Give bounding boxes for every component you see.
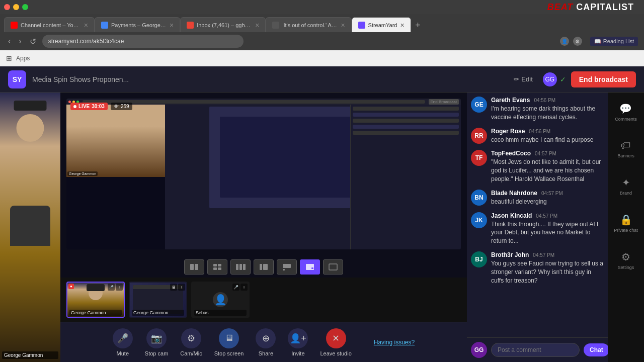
chat-msg-name-5: Jason Kincaid — [491, 212, 532, 219]
url-input[interactable]: streamyard.com/ak5f3c4cae — [42, 35, 244, 48]
minimize-button[interactable] — [13, 4, 19, 10]
apps-grid-icon[interactable]: ⊞ — [6, 54, 12, 62]
sidebar-item-brand[interactable]: ✦ Brand — [616, 172, 636, 200]
chat-messages: GE Gareth Evans 04:56 PM I'm hearing som… — [467, 93, 608, 337]
tab-streamyard-label: StreamYard — [368, 22, 397, 28]
close-button[interactable] — [4, 4, 10, 10]
leave-label: Leave studio — [320, 350, 351, 356]
eye-icon: 👁 — [114, 104, 119, 109]
brand-icon: ✦ — [622, 176, 630, 189]
edit-button[interactable]: ✏ Edit — [510, 73, 536, 85]
chat-msg-header-5: Jason Kincaid 04:57 PM — [491, 212, 604, 219]
mute-button[interactable]: 🎤 Mute — [113, 328, 133, 356]
sidebar-item-comments[interactable]: 💬 Comments — [611, 99, 641, 126]
reading-list-button[interactable]: 📖 Reading List — [590, 37, 638, 46]
chat-msg-text-6: You guys see Fauci now trying to sell us… — [491, 259, 604, 285]
sy-center: End Broadcast George Gammon — [60, 93, 467, 362]
pt-mic-icon[interactable]: 🎤 — [108, 284, 115, 291]
back-button[interactable]: ‹ — [6, 35, 13, 48]
edit-label: Edit — [521, 75, 532, 83]
layout-btn-5[interactable] — [277, 259, 297, 275]
stop-screen-label: Stop screen — [214, 350, 244, 356]
pt-label-3: Sebas — [194, 310, 247, 316]
sy-main: George Gammon — [0, 93, 644, 362]
brand-logo: BEAT CAPITALIST — [547, 2, 634, 13]
mute-icon: 🎤 — [113, 328, 133, 348]
cam-mic-button[interactable]: ⚙ Cam/Mic — [180, 328, 202, 356]
chat-msg-text-2: coco hmm maybe I can find a purpose — [491, 136, 604, 144]
stop-cam-button[interactable]: 📷 Stop cam — [145, 328, 168, 356]
layout-btn-1[interactable] — [184, 259, 204, 275]
tab-streamyard-close[interactable]: × — [400, 21, 404, 29]
pt-muted-mic-icon[interactable]: 🎤 — [232, 284, 239, 291]
pt-empty-person-icon: 👤 — [213, 292, 228, 307]
leave-studio-button[interactable]: ✕ Leave studio — [320, 328, 351, 356]
sidebar-brand-label: Brand — [620, 191, 632, 196]
chat-msg-header-1: Gareth Evans 04:56 PM — [491, 97, 604, 104]
pt-more-icon-3[interactable]: ⋮ — [240, 284, 248, 291]
pt-screen-icon[interactable]: 🖥 — [170, 284, 177, 291]
chat-send-button[interactable]: Chat — [584, 343, 609, 356]
reload-button[interactable]: ↺ — [28, 35, 38, 48]
sidebar-settings-label: Settings — [618, 265, 634, 270]
pt-more-icon[interactable]: ⋮ — [116, 284, 123, 291]
chat-input-area: GG Chat — [467, 337, 608, 362]
tab-streamyard[interactable]: StreamYard × — [352, 17, 411, 32]
stop-screen-icon: 🖥 — [219, 328, 239, 348]
view-count: 👁 259 — [111, 103, 132, 110]
forward-button[interactable]: › — [17, 35, 23, 48]
layout-btn-2[interactable] — [207, 259, 227, 275]
settings-icon[interactable]: ⚙ — [573, 37, 582, 46]
live-timer: 30:03 — [92, 104, 105, 109]
tab-youtube-label: Channel content – YouTube St... — [21, 22, 81, 28]
profile-icon[interactable]: 👤 — [560, 37, 569, 46]
empty-person-glyph: 👤 — [214, 294, 227, 306]
svg-rect-7 — [239, 264, 242, 270]
camera-panel: George Gammon — [0, 93, 60, 362]
layout-btn-4[interactable] — [254, 259, 274, 275]
layout-btn-6[interactable] — [300, 259, 320, 275]
pt-more-icon-2[interactable]: ⋮ — [178, 284, 185, 291]
tab-youtube[interactable]: Channel content – YouTube St... × — [4, 17, 95, 32]
tab-youtube-close[interactable]: × — [84, 21, 88, 29]
tabs-bar: Channel content – YouTube St... × Paymen… — [0, 14, 644, 32]
end-broadcast-button[interactable]: End broadcast — [571, 71, 636, 87]
tab-news-close[interactable]: × — [341, 21, 345, 29]
tab-payments-close[interactable]: × — [170, 21, 174, 29]
sidebar-item-banners[interactable]: 🏷 Banners — [613, 136, 638, 162]
pt-controls-3: 🎤 ⋮ — [232, 284, 248, 291]
svg-rect-12 — [283, 269, 285, 270]
chat-msg-text-5: Think this through.... If they wipe out … — [491, 220, 604, 245]
traffic-lights — [4, 4, 28, 10]
chat-message-3: TF TopFeedCoco 04:57 PM "Most Jews do no… — [471, 150, 604, 183]
layout-btn-3[interactable] — [230, 259, 251, 275]
new-tab-button[interactable]: + — [411, 18, 425, 32]
chat-msg-content-4: Blade Nahrdone 04:57 PM beautiful deleve… — [491, 190, 604, 206]
tab-payments[interactable]: Payments – George Gammon... × — [95, 17, 180, 32]
chat-msg-time-5: 04:57 PM — [536, 213, 557, 219]
share-button[interactable]: ⊕ Share — [256, 328, 276, 356]
pt-label-2: George Gammon — [132, 310, 184, 316]
layout-btn-7[interactable] — [323, 259, 343, 275]
browser-actions: 👤 ⚙ — [560, 37, 582, 46]
tab-gmail-close[interactable]: × — [255, 21, 259, 29]
invite-button[interactable]: 👤+ Invite — [288, 328, 308, 356]
stop-screen-button[interactable]: 🖥 Stop screen — [214, 328, 244, 356]
participant-thumb-1[interactable]: 🎤 ⋮ George Gammon ● — [66, 282, 125, 318]
tab-news[interactable]: 'It's out of control.' Airlines, fil... … — [266, 17, 351, 32]
brand-prefix: BEAT — [547, 2, 574, 12]
participant-thumb-3[interactable]: 👤 🎤 ⋮ Sebas — [191, 282, 250, 318]
chat-input[interactable] — [491, 343, 580, 357]
current-user-avatar: GG — [471, 342, 487, 358]
chat-msg-time-6: 04:57 PM — [533, 252, 554, 258]
sidebar-item-settings[interactable]: ⚙ Settings — [614, 247, 638, 274]
tab-gmail[interactable]: Inbox (7,461) – gghomebuyers... × — [180, 17, 266, 32]
maximize-button[interactable] — [22, 4, 28, 10]
svg-rect-3 — [218, 264, 221, 266]
svg-rect-8 — [243, 264, 246, 270]
gmail-favicon — [187, 22, 194, 29]
having-issues-link[interactable]: Having issues? — [374, 339, 415, 346]
sidebar-comments-label: Comments — [615, 117, 637, 122]
sidebar-item-private-chat[interactable]: 🔒 Private chat — [610, 210, 642, 237]
participant-thumb-2[interactable]: 🖥 ⋮ George Gammon — [129, 282, 187, 318]
